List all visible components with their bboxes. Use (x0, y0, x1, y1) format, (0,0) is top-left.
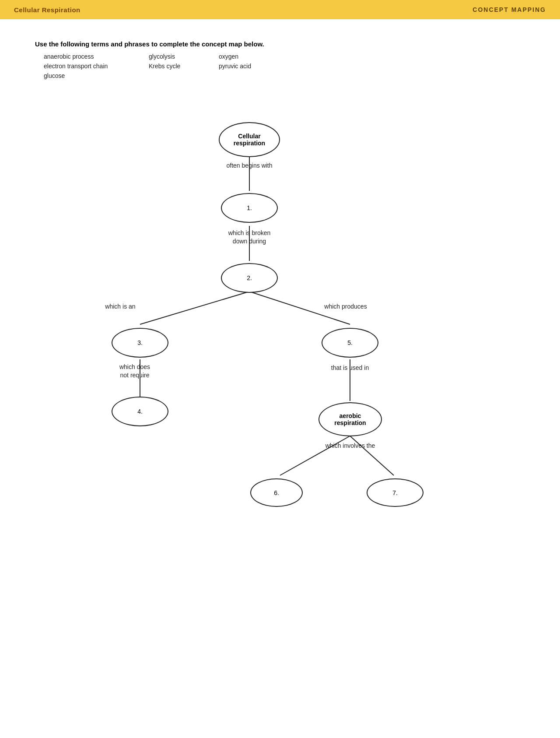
section-label: CONCEPT MAPPING (472, 6, 546, 13)
node-2[interactable]: 2. (221, 263, 278, 293)
aerobic-respiration-label: aerobic respiration (334, 412, 366, 426)
node-7-label: 7. (392, 489, 398, 496)
node-4-label: 4. (137, 408, 143, 415)
instructions-title: Use the following terms and phrases to c… (35, 40, 525, 48)
concept-map: Cellular respiration often begins with 1… (35, 105, 525, 587)
cellular-respiration-label: Cellular respiration (234, 133, 265, 147)
term-5: Krebs cycle (149, 63, 219, 70)
term-2: glycolysis (149, 53, 219, 60)
label-does-not-require: which does not require (104, 363, 165, 380)
instructions-block: Use the following terms and phrases to c… (35, 40, 525, 79)
main-content: Use the following terms and phrases to c… (0, 19, 560, 613)
node-6-label: 6. (274, 489, 279, 496)
term-7: glucose (44, 72, 149, 79)
terms-grid: anaerobic process glycolysis oxygen elec… (44, 53, 525, 79)
label-broken-down: which is broken down during (214, 229, 284, 246)
node-5-label: 5. (347, 339, 353, 346)
node-6[interactable]: 6. (250, 478, 303, 507)
node-1[interactable]: 1. (221, 193, 278, 223)
aerobic-respiration-node: aerobic respiration (318, 402, 382, 436)
node-1-label: 1. (247, 204, 252, 211)
label-that-is-used-in: that is used in (324, 364, 376, 372)
term-1: anaerobic process (44, 53, 149, 60)
node-3-label: 3. (137, 339, 143, 346)
node-7[interactable]: 7. (367, 478, 424, 507)
node-5[interactable]: 5. (322, 328, 378, 358)
node-2-label: 2. (247, 274, 252, 281)
node-4[interactable]: 4. (112, 397, 168, 426)
subject-label: Cellular Respiration (14, 6, 80, 14)
label-which-is-an: which is an (92, 302, 149, 311)
term-4: electron transport chain (44, 63, 149, 70)
svg-line-2 (140, 292, 249, 324)
cellular-respiration-node: Cellular respiration (219, 122, 280, 157)
label-which-involves: which involves the (314, 442, 386, 450)
header-bar: Cellular Respiration CONCEPT MAPPING (0, 0, 560, 19)
label-often-begins-with: often begins with (219, 162, 280, 170)
connector-lines (35, 105, 525, 587)
label-which-produces: which produces (315, 302, 376, 311)
node-3[interactable]: 3. (112, 328, 168, 358)
term-3: oxygen (219, 53, 289, 60)
term-6: pyruvic acid (219, 63, 289, 70)
